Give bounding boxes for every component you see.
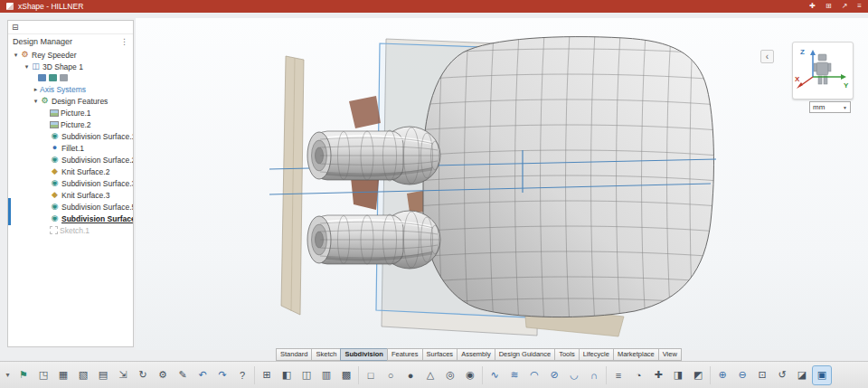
edit-properties-button[interactable]: ✎: [174, 366, 192, 384]
apps-grid-icon[interactable]: ⊞: [826, 0, 832, 13]
engine-pod-1[interactable]: [307, 127, 440, 185]
tab-standard[interactable]: Standard: [276, 348, 312, 361]
tab-tools[interactable]: Tools: [554, 348, 580, 361]
fit-view-button[interactable]: ⊡: [753, 366, 771, 384]
tree-item-knit-surface-3[interactable]: ◆ Knit Surface.3: [8, 189, 133, 201]
toolbar-group-analysis: ≡ ◔ ✚ ◨ ◩: [609, 366, 711, 384]
tree-item-3d-shape-1[interactable]: ▾ ◫ 3D Shape 1: [8, 61, 133, 72]
chart-button[interactable]: ▩: [337, 366, 355, 384]
tab-features[interactable]: Features: [387, 348, 423, 361]
tree-item-fillet-1[interactable]: ● Fillet.1: [8, 142, 133, 154]
undo-button[interactable]: ↶: [193, 366, 212, 384]
engine-pod-2[interactable]: [307, 211, 440, 269]
tree-item-design-features[interactable]: ▾ ⚙ Design Features: [8, 95, 133, 107]
expand-arrow-icon[interactable]: ▾: [23, 63, 31, 71]
share-button[interactable]: ⚑: [14, 366, 33, 384]
compass-icon[interactable]: ✚: [809, 0, 816, 13]
primitive-quadball-button[interactable]: ◉: [461, 366, 479, 384]
toolbar-group-primitives: □ ○ ● △ ◎ ◉: [362, 366, 483, 384]
tree-item-subdivision-surface-2[interactable]: ◉ Subdivision Surface.2: [8, 154, 133, 166]
surface-fill-button[interactable]: ◠: [525, 366, 543, 384]
units-dropdown[interactable]: mm ▼: [809, 101, 851, 113]
model-body[interactable]: [416, 33, 719, 326]
expand-arrow-icon[interactable]: ▾: [12, 52, 20, 59]
rotate-view-button[interactable]: ↺: [773, 366, 791, 384]
tab-subdivision[interactable]: Subdivision: [340, 348, 388, 361]
tab-design-guidance[interactable]: Design Guidance: [495, 348, 556, 361]
robot-triad-widget[interactable]: Z X Y: [792, 42, 854, 99]
surface-sweep-button[interactable]: ≋: [505, 366, 524, 384]
primitive-cone-button[interactable]: △: [421, 366, 439, 384]
export-button[interactable]: ◳: [34, 366, 52, 384]
tab-assembly[interactable]: Assembly: [457, 348, 495, 361]
zoom-in-button[interactable]: ⊕: [713, 366, 731, 384]
print-button[interactable]: ▤: [94, 366, 112, 384]
measure-button[interactable]: ✚: [649, 366, 667, 384]
axis-x-arrow[interactable]: X: [795, 75, 813, 89]
tab-surfaces[interactable]: Surfaces: [422, 348, 458, 361]
save-button[interactable]: ▦: [54, 366, 72, 384]
axis-z-arrow[interactable]: Z: [800, 48, 816, 77]
primitive-box-button[interactable]: □: [362, 366, 380, 384]
surface-trim-button[interactable]: ⊘: [545, 366, 563, 384]
import-button[interactable]: ⇲: [114, 366, 132, 384]
collapse-panel-button[interactable]: ‹: [760, 50, 774, 63]
primitive-torus-button[interactable]: ◎: [441, 366, 459, 384]
tree-item-subdivision-surface-4[interactable]: ◉ Subdivision Surface.4: [8, 213, 133, 224]
tree-item-picture-1[interactable]: Picture.1: [8, 107, 133, 118]
tree-item-picture-2[interactable]: Picture.2: [8, 118, 133, 130]
expand-arrow-icon[interactable]: ▾: [32, 98, 40, 105]
shaded-mode-button[interactable]: ◪: [793, 366, 811, 384]
wireframe-mode-button[interactable]: ▣: [813, 366, 831, 384]
model-scene[interactable]: [136, 18, 868, 350]
analyze-curvature-button[interactable]: ◔: [629, 366, 647, 384]
tab-marketplace[interactable]: Marketplace: [613, 348, 659, 361]
iso-view-button[interactable]: ◧: [278, 366, 296, 384]
surface-offset-button[interactable]: ∩: [585, 366, 603, 384]
primitive-cylinder-button[interactable]: ○: [382, 366, 400, 384]
redo-button[interactable]: ↷: [213, 366, 231, 384]
expand-arrow-icon[interactable]: ▸: [32, 86, 40, 93]
section-view-button[interactable]: ◨: [669, 366, 687, 384]
subdivision-surface-icon: ◉: [50, 178, 60, 188]
shape-badge-icon[interactable]: [60, 74, 68, 81]
surface-loft-button[interactable]: ∿: [486, 366, 504, 384]
title-bar: xShape - HILLNER ✚ ⊞ ↗ ≡: [0, 0, 868, 13]
analyze-zebra-button[interactable]: ≡: [609, 366, 627, 384]
tree-item-axis-systems[interactable]: ▸ Axis Systems: [8, 83, 133, 95]
tree-item-rey-speeder[interactable]: ▾ ⚙ Rey Speeder: [8, 49, 133, 61]
compare-button[interactable]: ◩: [689, 366, 707, 384]
toolbar-overflow-icon[interactable]: ▾: [3, 371, 13, 379]
help-button[interactable]: ?: [233, 366, 251, 384]
primitive-sphere-button[interactable]: ●: [401, 366, 420, 384]
expand-icon[interactable]: ↗: [842, 0, 848, 13]
tree-item-sketch-1[interactable]: Sketch.1: [8, 224, 133, 236]
tree-item-subdivision-surface-3[interactable]: ◉ Subdivision Surface.3: [8, 177, 133, 189]
tree-item-knit-surface-2[interactable]: ◆ Knit Surface.2: [8, 166, 133, 177]
insert-table-button[interactable]: ◫: [297, 366, 316, 384]
zoom-out-button[interactable]: ⊖: [733, 366, 751, 384]
menu-icon[interactable]: ≡: [857, 0, 862, 13]
tree-item-subdivision-surface-1[interactable]: ◉ Subdivision Surface.1: [8, 130, 133, 142]
settings-button[interactable]: ⚙: [154, 366, 172, 384]
spreadsheet-button[interactable]: ▥: [317, 366, 335, 384]
tree-view-icon[interactable]: ⊟: [12, 23, 19, 32]
tree-item-label: Subdivision Surface.4: [61, 214, 134, 223]
tab-view[interactable]: View: [658, 348, 682, 361]
panel-scrollbar[interactable]: [8, 198, 11, 225]
tree-item-label: 3D Shape 1: [42, 62, 83, 71]
save-as-button[interactable]: ▧: [74, 366, 92, 384]
surface-knit-button[interactable]: ◡: [565, 366, 583, 384]
reference-plane-left[interactable]: [281, 56, 304, 315]
grid-table-button[interactable]: ⊞: [258, 366, 276, 384]
shape-badge-icon[interactable]: [49, 74, 57, 81]
tab-lifecycle[interactable]: Lifecycle: [579, 348, 614, 361]
tree-item-label: Axis Systems: [40, 85, 86, 94]
tree-item-subdivision-surface-5[interactable]: ◉ Subdivision Surface.5: [8, 201, 133, 213]
viewport-3d[interactable]: ‹ Z X: [136, 18, 868, 350]
update-button[interactable]: ↻: [134, 366, 152, 384]
tree-item-label: Picture.1: [61, 109, 91, 118]
tab-sketch[interactable]: Sketch: [311, 348, 341, 361]
shape-badge-icon[interactable]: [38, 74, 46, 81]
panel-menu-icon[interactable]: ⋮: [120, 37, 128, 46]
